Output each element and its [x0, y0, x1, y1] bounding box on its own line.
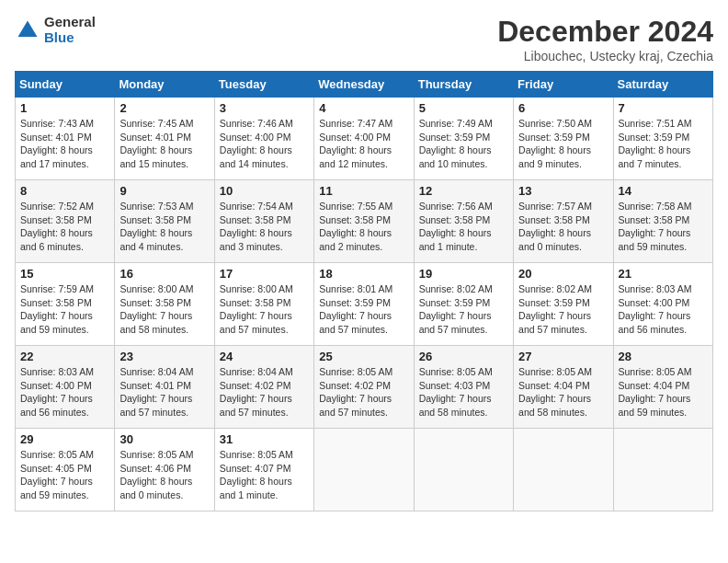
logo-general: General	[44, 15, 96, 30]
day-info: Sunrise: 8:05 AM Sunset: 4:02 PM Dayligh…	[319, 365, 408, 419]
table-row: 1 Sunrise: 7:43 AM Sunset: 4:01 PM Dayli…	[16, 98, 115, 180]
day-info: Sunrise: 7:43 AM Sunset: 4:01 PM Dayligh…	[20, 117, 109, 171]
day-info: Sunrise: 8:00 AM Sunset: 3:58 PM Dayligh…	[220, 282, 309, 337]
day-number: 3	[220, 101, 309, 115]
day-info: Sunrise: 7:55 AM Sunset: 3:58 PM Dayligh…	[319, 200, 408, 254]
col-sunday: Sunday	[16, 72, 115, 98]
table-row: 26 Sunrise: 8:05 AM Sunset: 4:03 PM Dayl…	[414, 346, 513, 429]
table-row: 5 Sunrise: 7:49 AM Sunset: 3:59 PM Dayli…	[414, 98, 513, 180]
logo-blue: Blue	[44, 30, 96, 46]
table-row: 27 Sunrise: 8:05 AM Sunset: 4:04 PM Dayl…	[514, 346, 613, 429]
table-row	[514, 429, 613, 511]
table-row: 19 Sunrise: 8:02 AM Sunset: 3:59 PM Dayl…	[414, 263, 513, 346]
day-info: Sunrise: 7:52 AM Sunset: 3:58 PM Dayligh…	[20, 200, 109, 254]
day-info: Sunrise: 7:50 AM Sunset: 3:59 PM Dayligh…	[518, 117, 608, 171]
day-info: Sunrise: 8:04 AM Sunset: 4:02 PM Dayligh…	[220, 365, 309, 419]
table-row: 17 Sunrise: 8:00 AM Sunset: 3:58 PM Dayl…	[214, 263, 313, 346]
day-info: Sunrise: 7:56 AM Sunset: 3:58 PM Dayligh…	[419, 200, 508, 254]
day-number: 2	[119, 101, 209, 115]
table-row: 2 Sunrise: 7:45 AM Sunset: 4:01 PM Dayli…	[115, 98, 214, 180]
day-number: 26	[419, 350, 508, 363]
day-info: Sunrise: 8:02 AM Sunset: 3:59 PM Dayligh…	[419, 282, 508, 337]
table-row: 16 Sunrise: 8:00 AM Sunset: 3:58 PM Dayl…	[115, 263, 214, 346]
title-block: December 2024 Libouchec, Ustecky kraj, C…	[497, 15, 713, 63]
table-row: 10 Sunrise: 7:54 AM Sunset: 3:58 PM Dayl…	[214, 180, 313, 263]
day-info: Sunrise: 7:45 AM Sunset: 4:01 PM Dayligh…	[119, 117, 209, 171]
day-info: Sunrise: 7:49 AM Sunset: 3:59 PM Dayligh…	[419, 117, 508, 171]
day-number: 4	[319, 101, 408, 115]
day-number: 8	[20, 184, 109, 198]
table-row: 21 Sunrise: 8:03 AM Sunset: 4:00 PM Dayl…	[613, 263, 712, 346]
table-row: 24 Sunrise: 8:04 AM Sunset: 4:02 PM Dayl…	[214, 346, 313, 429]
col-thursday: Thursday	[414, 72, 513, 98]
day-info: Sunrise: 8:05 AM Sunset: 4:03 PM Dayligh…	[419, 365, 508, 419]
calendar-table: Sunday Monday Tuesday Wednesday Thursday…	[15, 71, 713, 511]
day-number: 22	[20, 350, 109, 363]
logo-icon	[15, 17, 40, 43]
table-row	[414, 429, 513, 511]
month-title: December 2024	[497, 15, 713, 49]
table-row: 9 Sunrise: 7:53 AM Sunset: 3:58 PM Dayli…	[115, 180, 214, 263]
day-number: 31	[220, 432, 309, 446]
calendar-header-row: Sunday Monday Tuesday Wednesday Thursday…	[16, 72, 713, 98]
page-header: General Blue December 2024 Libouchec, Us…	[15, 15, 713, 63]
col-monday: Monday	[115, 72, 214, 98]
table-row: 15 Sunrise: 7:59 AM Sunset: 3:58 PM Dayl…	[16, 263, 115, 346]
svg-marker-0	[18, 20, 38, 37]
day-number: 23	[119, 350, 209, 363]
day-info: Sunrise: 8:03 AM Sunset: 4:00 PM Dayligh…	[20, 365, 109, 419]
day-info: Sunrise: 8:05 AM Sunset: 4:06 PM Dayligh…	[119, 448, 209, 502]
table-row: 18 Sunrise: 8:01 AM Sunset: 3:59 PM Dayl…	[314, 263, 414, 346]
table-row	[613, 429, 712, 511]
day-number: 12	[419, 184, 508, 198]
table-row: 7 Sunrise: 7:51 AM Sunset: 3:59 PM Dayli…	[613, 98, 712, 180]
table-row: 23 Sunrise: 8:04 AM Sunset: 4:01 PM Dayl…	[115, 346, 214, 429]
table-row: 25 Sunrise: 8:05 AM Sunset: 4:02 PM Dayl…	[314, 346, 414, 429]
table-row: 8 Sunrise: 7:52 AM Sunset: 3:58 PM Dayli…	[16, 180, 115, 263]
day-info: Sunrise: 7:53 AM Sunset: 3:58 PM Dayligh…	[119, 200, 209, 254]
calendar-week-row: 22 Sunrise: 8:03 AM Sunset: 4:00 PM Dayl…	[16, 346, 713, 429]
table-row: 12 Sunrise: 7:56 AM Sunset: 3:58 PM Dayl…	[414, 180, 513, 263]
table-row: 31 Sunrise: 8:05 AM Sunset: 4:07 PM Dayl…	[214, 429, 313, 511]
col-friday: Friday	[514, 72, 613, 98]
day-info: Sunrise: 8:05 AM Sunset: 4:04 PM Dayligh…	[518, 365, 608, 419]
day-info: Sunrise: 8:05 AM Sunset: 4:05 PM Dayligh…	[20, 448, 109, 502]
calendar-week-row: 1 Sunrise: 7:43 AM Sunset: 4:01 PM Dayli…	[16, 98, 713, 180]
day-info: Sunrise: 8:02 AM Sunset: 3:59 PM Dayligh…	[518, 282, 608, 337]
day-number: 17	[220, 267, 309, 281]
table-row: 29 Sunrise: 8:05 AM Sunset: 4:05 PM Dayl…	[16, 429, 115, 511]
day-info: Sunrise: 7:57 AM Sunset: 3:58 PM Dayligh…	[518, 200, 608, 254]
day-number: 18	[319, 267, 408, 281]
day-number: 9	[119, 184, 209, 198]
day-info: Sunrise: 7:46 AM Sunset: 4:00 PM Dayligh…	[220, 117, 309, 171]
table-row: 30 Sunrise: 8:05 AM Sunset: 4:06 PM Dayl…	[115, 429, 214, 511]
day-number: 16	[119, 267, 209, 281]
day-number: 10	[220, 184, 309, 198]
day-number: 20	[518, 267, 608, 281]
table-row: 14 Sunrise: 7:58 AM Sunset: 3:58 PM Dayl…	[613, 180, 712, 263]
day-number: 28	[619, 350, 708, 363]
day-number: 13	[518, 184, 608, 198]
day-number: 19	[419, 267, 508, 281]
calendar-week-row: 29 Sunrise: 8:05 AM Sunset: 4:05 PM Dayl…	[16, 429, 713, 511]
day-info: Sunrise: 8:05 AM Sunset: 4:04 PM Dayligh…	[619, 365, 708, 419]
col-tuesday: Tuesday	[214, 72, 313, 98]
day-info: Sunrise: 7:58 AM Sunset: 3:58 PM Dayligh…	[619, 200, 708, 254]
day-number: 30	[119, 432, 209, 446]
day-info: Sunrise: 8:00 AM Sunset: 3:58 PM Dayligh…	[119, 282, 209, 337]
day-number: 24	[220, 350, 309, 363]
day-info: Sunrise: 7:51 AM Sunset: 3:59 PM Dayligh…	[619, 117, 708, 171]
day-info: Sunrise: 7:59 AM Sunset: 3:58 PM Dayligh…	[20, 282, 109, 337]
table-row: 3 Sunrise: 7:46 AM Sunset: 4:00 PM Dayli…	[214, 98, 313, 180]
day-number: 11	[319, 184, 408, 198]
logo: General Blue	[15, 15, 96, 45]
table-row: 22 Sunrise: 8:03 AM Sunset: 4:00 PM Dayl…	[16, 346, 115, 429]
day-info: Sunrise: 8:04 AM Sunset: 4:01 PM Dayligh…	[119, 365, 209, 419]
location: Libouchec, Ustecky kraj, Czechia	[497, 49, 713, 63]
day-number: 5	[419, 101, 508, 115]
day-info: Sunrise: 8:01 AM Sunset: 3:59 PM Dayligh…	[319, 282, 408, 337]
day-info: Sunrise: 7:47 AM Sunset: 4:00 PM Dayligh…	[319, 117, 408, 171]
day-number: 21	[619, 267, 708, 281]
calendar-week-row: 8 Sunrise: 7:52 AM Sunset: 3:58 PM Dayli…	[16, 180, 713, 263]
day-info: Sunrise: 8:03 AM Sunset: 4:00 PM Dayligh…	[619, 282, 708, 337]
